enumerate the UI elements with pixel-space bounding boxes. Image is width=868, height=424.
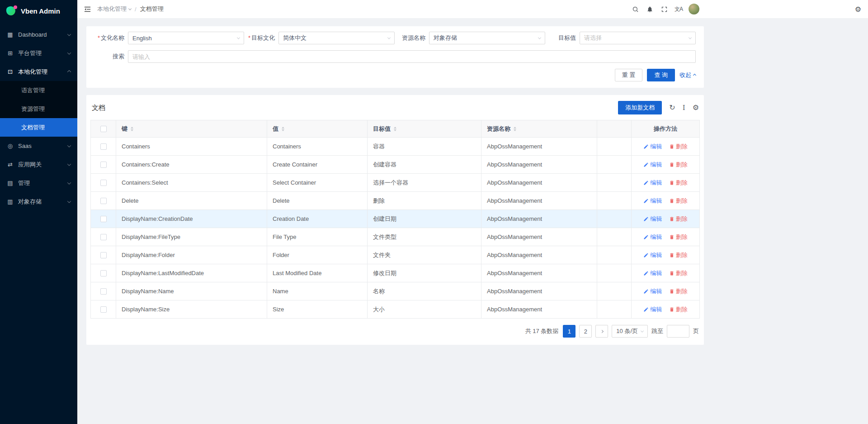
cell-empty xyxy=(597,282,632,300)
table-row: DisplayName:Folder Folder 文件夹 AbpOssMana… xyxy=(91,246,700,264)
edit-link[interactable]: 编辑 xyxy=(643,179,662,187)
sidebar-item-object-storage[interactable]: ▥ 对象存储 xyxy=(0,192,77,211)
cell-empty xyxy=(597,228,632,246)
row-checkbox[interactable] xyxy=(100,143,107,150)
page-size-select[interactable]: 10 条/页 xyxy=(612,325,648,338)
field-culture-name: *文化名称 English xyxy=(94,32,244,44)
sidebar-item-document-management[interactable]: 文档管理 xyxy=(0,118,77,137)
sidebar-item-localization[interactable]: ⊡ 本地化管理 xyxy=(0,62,77,81)
row-checkbox[interactable] xyxy=(100,234,107,240)
sort-icon[interactable] xyxy=(282,127,284,131)
sidebar-item-gateway[interactable]: ⇄ 应用网关 xyxy=(0,155,77,174)
field-label: 目标值 xyxy=(545,34,576,42)
row-checkbox[interactable] xyxy=(100,180,107,186)
delete-link[interactable]: 删除 xyxy=(669,197,688,205)
add-document-button[interactable]: 添加新文档 xyxy=(618,101,662,114)
reset-button[interactable]: 重 置 xyxy=(615,69,643,81)
select-all-checkbox[interactable] xyxy=(100,126,107,132)
target-value-select[interactable]: 请选择 xyxy=(580,32,696,44)
delete-link[interactable]: 删除 xyxy=(669,215,688,223)
menu-fold-icon[interactable] xyxy=(80,2,94,16)
sort-icon[interactable] xyxy=(131,127,133,131)
notification-bell-icon[interactable] xyxy=(642,2,657,16)
chevron-down-icon xyxy=(67,143,71,147)
cell-key: DisplayName:FileType xyxy=(116,228,267,246)
settings-gear-icon[interactable]: ⚙ xyxy=(851,2,865,16)
column-settings-gear-icon[interactable]: ⚙ xyxy=(693,104,699,111)
edit-link[interactable]: 编辑 xyxy=(643,305,662,314)
sidebar-item-saas[interactable]: ◎ Saas xyxy=(0,137,77,155)
sort-icon[interactable] xyxy=(394,127,396,131)
delete-link[interactable]: 删除 xyxy=(669,251,688,259)
cell-target: 大小 xyxy=(368,300,481,319)
main-area: 本地化管理 / 文档管理 文A ⚙ xyxy=(77,0,868,424)
edit-link[interactable]: 编辑 xyxy=(643,161,662,169)
cell-target: 创建容器 xyxy=(368,156,481,174)
translate-icon[interactable]: 文A xyxy=(671,2,686,16)
platform-icon: ⊞ xyxy=(6,50,14,57)
column-header-resource[interactable]: 资源名称 xyxy=(481,120,597,138)
row-checkbox[interactable] xyxy=(100,252,107,258)
sidebar-item-resource-management[interactable]: 资源管理 xyxy=(0,100,77,118)
delete-link[interactable]: 删除 xyxy=(669,179,688,187)
row-checkbox[interactable] xyxy=(100,288,107,295)
jump-page-input[interactable] xyxy=(667,325,689,338)
edit-link[interactable]: 编辑 xyxy=(643,269,662,277)
page-button-1[interactable]: 1 xyxy=(563,325,576,338)
sidebar-item-dashboard[interactable]: ▦ Dashboard xyxy=(0,25,77,44)
sort-icon[interactable] xyxy=(514,127,516,131)
target-culture-select[interactable]: 简体中文 xyxy=(278,32,395,44)
edit-pencil-icon xyxy=(643,180,649,186)
row-checkbox[interactable] xyxy=(100,270,107,276)
row-checkbox[interactable] xyxy=(100,162,107,168)
search-input[interactable] xyxy=(128,50,696,63)
required-asterisk: * xyxy=(248,34,250,41)
delete-link[interactable]: 删除 xyxy=(669,287,688,295)
row-checkbox[interactable] xyxy=(100,306,107,313)
row-checkbox[interactable] xyxy=(100,198,107,204)
breadcrumb-item-current[interactable]: 文档管理 xyxy=(140,5,164,13)
column-header-key[interactable]: 键 xyxy=(116,120,267,138)
query-button[interactable]: 查 询 xyxy=(647,69,675,81)
sidebar-item-platform[interactable]: ⊞ 平台管理 xyxy=(0,44,77,62)
edit-link[interactable]: 编辑 xyxy=(643,143,662,151)
cell-value: Select Container xyxy=(267,174,368,192)
edit-link[interactable]: 编辑 xyxy=(643,233,662,241)
culture-name-select[interactable]: English xyxy=(128,32,244,44)
delete-link[interactable]: 删除 xyxy=(669,233,688,241)
sidebar-item-management[interactable]: ▤ 管理 xyxy=(0,174,77,192)
resource-name-select[interactable]: 对象存储 xyxy=(429,32,545,44)
column-header-target[interactable]: 目标值 xyxy=(368,120,481,138)
cell-key: DisplayName:Size xyxy=(116,300,267,319)
delete-link[interactable]: 删除 xyxy=(669,143,688,151)
edit-link[interactable]: 编辑 xyxy=(643,287,662,295)
cell-key: Containers xyxy=(116,138,267,156)
cell-target: 文件夹 xyxy=(368,246,481,264)
row-checkbox[interactable] xyxy=(100,216,107,222)
table-row: DisplayName:LastModifiedDate Last Modifi… xyxy=(91,264,700,282)
delete-link[interactable]: 删除 xyxy=(669,305,688,314)
sidebar-menu: ▦ Dashboard ⊞ 平台管理 ⊡ 本地化管理 语言管理 资源管理 xyxy=(0,25,77,211)
page-button-2[interactable]: 2 xyxy=(579,325,592,338)
next-page-button[interactable] xyxy=(595,325,608,338)
edit-link[interactable]: 编辑 xyxy=(643,251,662,259)
edit-link[interactable]: 编辑 xyxy=(643,215,662,223)
logo[interactable]: Vben Admin xyxy=(0,0,77,22)
avatar[interactable] xyxy=(689,4,699,14)
edit-pencil-icon xyxy=(643,234,649,240)
row-height-icon[interactable]: I xyxy=(683,105,685,111)
cell-resource: AbpOssManagement xyxy=(481,174,597,192)
search-icon[interactable] xyxy=(628,2,642,16)
delete-trash-icon xyxy=(669,144,675,149)
refresh-icon[interactable]: ↻ xyxy=(669,104,675,111)
column-header-value[interactable]: 值 xyxy=(267,120,368,138)
edit-link[interactable]: 编辑 xyxy=(643,197,662,205)
chevron-down-icon xyxy=(67,32,71,36)
sidebar-item-language-management[interactable]: 语言管理 xyxy=(0,81,77,100)
collapse-link[interactable]: 收起 xyxy=(679,71,696,79)
breadcrumb-item-parent[interactable]: 本地化管理 xyxy=(97,5,131,13)
fullscreen-icon[interactable] xyxy=(657,2,671,16)
table-row: Delete Delete 删除 AbpOssManagement 编辑 删除 xyxy=(91,192,700,210)
delete-link[interactable]: 删除 xyxy=(669,269,688,277)
delete-link[interactable]: 删除 xyxy=(669,161,688,169)
